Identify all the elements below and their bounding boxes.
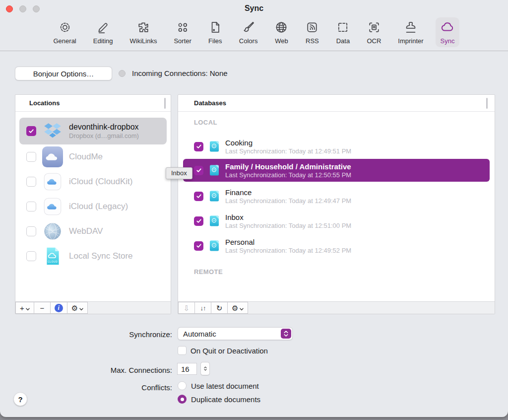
icloud-icon xyxy=(42,171,63,192)
dots-grid-icon xyxy=(176,20,190,36)
refresh-button[interactable]: ↻ xyxy=(211,302,228,314)
pencil-icon xyxy=(96,20,110,36)
up-down-arrows-icon: ↓↑ xyxy=(200,305,206,311)
info-icon: i xyxy=(55,304,63,312)
rss-icon xyxy=(305,20,319,36)
location-info-button[interactable]: i xyxy=(50,302,67,314)
minus-icon: − xyxy=(40,304,44,312)
list-item-personal[interactable]: Personal Last Synchronization: Today at … xyxy=(178,233,495,258)
chevron-down-icon xyxy=(26,304,30,312)
chevron-down-icon xyxy=(79,304,83,312)
tab-ocr[interactable]: OCR xyxy=(362,17,386,47)
list-item-webdav[interactable]: WebDAV xyxy=(15,219,171,244)
tab-label: Sync xyxy=(441,37,455,45)
location-name: iCloud (Legacy) xyxy=(69,202,128,211)
locations-header: Locations xyxy=(15,95,171,112)
locations-scrollbar[interactable] xyxy=(164,98,166,109)
family-checkbox[interactable] xyxy=(194,166,203,175)
location-name: CloudMe xyxy=(69,152,103,162)
max-connections-field[interactable] xyxy=(177,363,197,375)
tab-sorter[interactable]: Sorter xyxy=(169,17,196,47)
title-bar: Sync xyxy=(0,0,508,15)
cooking-checkbox[interactable] xyxy=(194,142,203,151)
dropbox-checkbox[interactable] xyxy=(26,126,36,136)
list-item-local-sync-store[interactable]: CLOUD Local Sync Store xyxy=(15,244,171,269)
databases-header: Databases xyxy=(178,95,495,112)
list-item-inbox[interactable]: Inbox Last Synchronization: Today at 12:… xyxy=(178,209,495,233)
window-title: Sync xyxy=(0,4,508,13)
tab-label: WikiLinks xyxy=(130,37,157,45)
databases-actions-button[interactable]: ⚙ xyxy=(227,302,248,314)
list-item-dropbox[interactable]: devonthink-dropbox Dropbox (d…gmail.com) xyxy=(19,118,167,144)
synchronize-popup[interactable]: Automatic xyxy=(178,327,293,340)
database-name: Family / Household / Administrative xyxy=(225,162,351,171)
cloudme-checkbox[interactable] xyxy=(26,152,36,162)
help-button[interactable]: ? xyxy=(13,392,27,406)
list-item-icloud-cloudkit[interactable]: iCloud (CloudKit) xyxy=(15,169,171,194)
icloud-icon xyxy=(42,196,63,217)
location-subtitle: Dropbox (d…gmail.com) xyxy=(69,132,139,140)
add-location-button[interactable]: + xyxy=(15,302,34,314)
incoming-connections-text: Incoming Connections: None xyxy=(132,69,228,77)
icloud-legacy-checkbox[interactable] xyxy=(26,202,36,211)
tab-sync[interactable]: Sync xyxy=(436,17,460,47)
tab-colors[interactable]: Colors xyxy=(234,17,263,47)
tab-imprinter[interactable]: Imprinter xyxy=(393,17,428,47)
tab-editing[interactable]: Editing xyxy=(88,17,118,47)
location-name: iCloud (CloudKit) xyxy=(69,177,133,187)
webdav-checkbox[interactable] xyxy=(26,226,36,236)
synchronize-database-button[interactable]: ↓↑ xyxy=(194,302,211,314)
inbox-checkbox[interactable] xyxy=(194,216,203,226)
icloud-cloudkit-checkbox[interactable] xyxy=(26,177,36,187)
tab-label: Editing xyxy=(93,37,113,45)
ocr-icon xyxy=(367,20,381,36)
tab-wikilinks[interactable]: WikiLinks xyxy=(125,17,162,47)
tab-label: RSS xyxy=(306,37,319,45)
tab-files[interactable]: Files xyxy=(203,17,227,47)
tab-label: Imprinter xyxy=(398,37,423,45)
tab-label: Data xyxy=(336,37,350,45)
location-name: devonthink-dropbox xyxy=(69,123,139,132)
bonjour-options-button[interactable]: Bonjour Options… xyxy=(15,67,112,80)
globe-icon xyxy=(274,20,288,36)
list-item-icloud-legacy[interactable]: iCloud (Legacy) xyxy=(15,194,171,219)
refresh-icon: ↻ xyxy=(216,304,223,312)
locations-header-label: Locations xyxy=(29,99,60,107)
list-item-cooking[interactable]: Cooking Last Synchronization: Today at 1… xyxy=(178,134,495,159)
cloud-icon xyxy=(441,20,454,36)
radio-icon[interactable] xyxy=(178,381,187,390)
databases-scrollbar[interactable] xyxy=(486,98,488,109)
download-icon: ⇩ xyxy=(184,304,190,312)
plus-icon: + xyxy=(20,304,24,312)
tab-general[interactable]: General xyxy=(49,17,81,47)
locations-actions-button[interactable]: ⚙ xyxy=(67,302,88,314)
remove-location-button[interactable]: − xyxy=(34,302,51,314)
stamp-icon xyxy=(404,20,418,36)
local-sync-store-checkbox[interactable] xyxy=(26,251,36,261)
tab-data[interactable]: Data xyxy=(331,17,355,47)
tab-rss[interactable]: RSS xyxy=(300,17,324,47)
finance-checkbox[interactable] xyxy=(194,192,203,201)
list-item-cloudme[interactable]: CloudMe xyxy=(15,144,171,169)
radio-duplicate-documents[interactable]: Duplicate documents xyxy=(178,395,260,404)
download-database-button[interactable]: ⇩ xyxy=(178,302,195,314)
on-quit-checkbox-row[interactable]: On Quit or Deactivation xyxy=(178,346,268,355)
tab-label: Colors xyxy=(239,37,258,45)
radio-use-latest-document[interactable]: Use latest document xyxy=(178,381,259,390)
gear-icon: ⚙ xyxy=(232,304,238,312)
radio-icon[interactable] xyxy=(178,395,187,404)
selection-icon xyxy=(336,20,350,36)
tab-label: Web xyxy=(275,37,288,45)
list-item-finance[interactable]: Finance Last Synchronization: Today at 1… xyxy=(178,184,495,209)
database-last-sync: Last Synchronization: Today at 12:51:00 … xyxy=(225,222,351,229)
chevron-down-icon xyxy=(240,304,244,312)
tab-web[interactable]: Web xyxy=(269,17,293,47)
location-name: Local Sync Store xyxy=(69,251,133,261)
list-item-family-household[interactable]: Family / Household / Administrative Last… xyxy=(183,159,490,182)
section-label-remote: REMOTE xyxy=(194,268,495,276)
location-name: WebDAV xyxy=(69,226,103,236)
on-quit-checkbox[interactable] xyxy=(178,346,187,355)
personal-checkbox[interactable] xyxy=(194,241,203,251)
max-connections-stepper[interactable] xyxy=(200,362,210,375)
database-icon xyxy=(209,215,220,227)
